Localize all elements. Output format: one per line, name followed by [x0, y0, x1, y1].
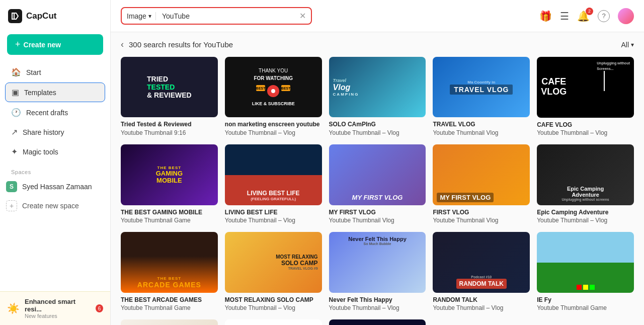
template-card-my-first-vlog[interactable]: MY FIRST VLOG MY FIRST VLOG Youtube Thum…	[329, 144, 426, 225]
template-label-travel-vlog: TRAVEL VLOG Youtube Thumbnail Vlog	[433, 120, 530, 137]
template-label-never-felt: Never Felt This Happy Youtube Thumbnail …	[329, 296, 426, 313]
gift-icon: 🎁	[539, 10, 552, 22]
template-card-random-talk[interactable]: Podcast #10 RANDOM TALK RANDOM TALK Yout…	[433, 232, 530, 312]
back-button[interactable]: ‹	[121, 39, 124, 50]
template-card-school-vlog[interactable]: Day in My Life • School Vlog • School Vl…	[121, 319, 218, 325]
share-icon: ↗	[11, 127, 18, 137]
sun-icon: ☀️	[7, 302, 20, 314]
main-area: Image ▾ ✕ 🎁 ☰ 🔔 2 ? ‹	[111, 0, 644, 325]
results-header: ‹ 300 search results for YouTube All ▾	[121, 39, 634, 50]
template-card-travel-vlog[interactable]: Ma Coontify in TRAVEL VLOG TRAVEL VLOG Y…	[433, 57, 530, 137]
template-label-living-best: LIVING BEST LIFE Youtube Thumbnail – Vlo…	[225, 208, 322, 225]
template-thumb-never-felt: Never Felt This Happy So Much Bubble	[329, 232, 426, 292]
help-circle-icon: ?	[598, 10, 610, 22]
search-clear-icon[interactable]: ✕	[299, 11, 306, 21]
template-card-star-hunting[interactable]: a mini vlog STAR HUNTING VLOG STAR HUNTI…	[329, 319, 426, 325]
all-filter-button[interactable]: All ▾	[621, 41, 634, 49]
user-avatar[interactable]	[618, 8, 634, 24]
sidebar-item-start[interactable]: 🏠 Start	[5, 63, 105, 82]
templates-grid: TRIED TESTED & REVIEWED Tried Tested & R…	[121, 57, 634, 325]
plus-icon: +	[15, 39, 21, 50]
template-thumb-solo-camping: Travel Vlog CAMPING	[329, 57, 426, 117]
template-label-first-vlog: FIRST VLOG Youtube Thumbnail Vlog	[433, 208, 530, 225]
template-card-gaming-mobile[interactable]: THE BEST GAMINGMOBILE THE BEST GAMING MO…	[121, 144, 218, 225]
template-label-random-talk: RANDOM TALK Youtube Thumbnail – Vlog	[433, 296, 530, 313]
search-box: Image ▾ ✕	[121, 7, 312, 25]
notification-count-badge: 2	[586, 8, 593, 15]
sidebar-item-share[interactable]: ↗ Share history	[5, 123, 105, 141]
search-input[interactable]	[159, 12, 296, 20]
template-thumb-random-talk: Podcast #10 RANDOM TALK	[433, 232, 530, 292]
template-card-like-share[interactable]: ★ LIKE & SHARE ★ DON'T FORGET TO SUBSCRI…	[225, 319, 322, 325]
sidebar-item-templates[interactable]: ▣ Templates	[5, 83, 105, 102]
chevron-down-icon: ▾	[148, 13, 151, 20]
logo: CapCut	[0, 0, 110, 32]
template-label-epic-camping: Epic Camping Adventure Youtube Thumbnail…	[537, 208, 634, 225]
template-card-tried-tested[interactable]: TRIED TESTED & REVIEWED Tried Tested & R…	[121, 57, 218, 137]
template-label-solo-camping: SOLO CAmPInG Youtube Thumbnail – Vlog	[329, 120, 426, 137]
template-thumb-gaming-mobile: THE BEST GAMINGMOBILE	[121, 144, 218, 205]
space-avatar: S	[6, 181, 17, 192]
space-item-user[interactable]: S Syed Hassan Zamaan	[0, 177, 110, 196]
menu-button[interactable]: ☰	[560, 10, 569, 22]
template-thumb-epic-camping: Epic Camping Adventure Unplugging withou…	[537, 144, 634, 205]
template-card-living-best[interactable]: LIVING BEST LIFE (FEELING GRATEFULL) LIV…	[225, 144, 322, 225]
capcut-logo-icon	[8, 9, 22, 23]
sidebar-bottom-banner[interactable]: ☀️ Enhanced smart resi... New features 6	[0, 291, 110, 325]
create-new-button[interactable]: + Create new	[7, 34, 103, 55]
notifications-button[interactable]: 🔔 2	[577, 10, 590, 22]
spaces-label: Spaces	[0, 163, 110, 177]
sidebar-item-magic[interactable]: ✦ Magic tools	[5, 142, 105, 161]
menu-icon: ☰	[560, 10, 569, 22]
templates-icon: ▣	[12, 88, 19, 97]
template-thumb-star-hunting: a mini vlog STAR HUNTING VLOG	[329, 319, 426, 325]
template-card-never-felt[interactable]: Never Felt This Happy So Much Bubble Nev…	[329, 232, 426, 312]
template-label-cafe-vlog: CAFE VLOG Youtube Thumbnail – Vlog	[537, 121, 634, 138]
notification-badge: 6	[96, 304, 103, 312]
template-card-most-relaxing[interactable]: MOST RELAXING SOLO CAMP TRAVEL VLOG #9 M…	[225, 232, 322, 312]
template-label-tried-tested: Tried Tested & Reviewed Youtube Thumbnai…	[121, 120, 218, 137]
sidebar: CapCut + Create new 🏠 Start ▣ Templates …	[0, 0, 111, 325]
magic-icon: ✦	[11, 147, 18, 156]
template-thumb-my-first-vlog: MY FIRST VLOG	[329, 144, 426, 205]
filter-chevron-icon: ▾	[631, 41, 634, 48]
template-thumb-like-share: ★ LIKE & SHARE ★ DON'T FORGET TO SUBSCRI…	[225, 319, 322, 325]
template-label-gaming-mobile: THE BEST GAMING MOBILE Youtube Thumbnail…	[121, 208, 218, 225]
template-label-arcade-games: THE BEST ARCADE GAMES Youtube Thumbnail …	[121, 296, 218, 313]
clock-icon: 🕐	[11, 108, 21, 117]
topbar-icons: 🎁 ☰ 🔔 2 ?	[539, 8, 634, 24]
template-thumb-arcade-games: THE BEST ARCADE GAMES	[121, 232, 218, 292]
template-card-solo-camping[interactable]: Travel Vlog CAMPING SOLO CAmPInG Youtube…	[329, 57, 426, 137]
sidebar-nav: 🏠 Start ▣ Templates 🕐 Recent drafts ↗ Sh…	[0, 61, 110, 163]
search-type-selector[interactable]: Image ▾	[127, 12, 156, 20]
help-button[interactable]: ?	[598, 10, 610, 22]
plus-circle-icon: +	[6, 200, 17, 211]
template-card-ie-fy[interactable]: IE Fy Youtube Thumbnail Game	[537, 232, 634, 312]
template-thumb-cafe-vlog: CAFEVLOG Unplugging withoutScreens...	[537, 57, 634, 118]
template-card-thank-you[interactable]: THANK YOU FOR WATCHING BEST BEST LIKE & …	[225, 57, 322, 137]
home-icon: 🏠	[11, 67, 21, 77]
template-thumb-ie-fy	[537, 232, 634, 293]
results-text: 300 search results for YouTube	[129, 40, 616, 49]
sidebar-item-recent[interactable]: 🕐 Recent drafts	[5, 103, 105, 122]
template-thumb-living-best: LIVING BEST LIFE (FEELING GRATEFULL)	[225, 144, 322, 205]
svg-rect-0	[8, 9, 22, 23]
template-thumb-tried-tested: TRIED TESTED & REVIEWED	[121, 57, 218, 117]
gift-button[interactable]: 🎁	[539, 10, 552, 22]
template-label-my-first-vlog: MY FIRST VLOG Youtube Thumbnail Vlog	[329, 208, 426, 225]
template-label-ie-fy: IE Fy Youtube Thumbnail Game	[537, 296, 634, 313]
template-thumb-travel-vlog: Ma Coontify in TRAVEL VLOG	[433, 57, 530, 117]
template-thumb-most-relaxing: MOST RELAXING SOLO CAMP TRAVEL VLOG #9	[225, 232, 322, 292]
template-thumb-first-vlog: MY FIRST VLOG	[433, 144, 530, 205]
template-card-first-vlog[interactable]: MY FIRST VLOG FIRST VLOG Youtube Thumbna…	[433, 144, 530, 225]
logo-text: CapCut	[26, 11, 56, 21]
template-card-cafe-vlog[interactable]: CAFEVLOG Unplugging withoutScreens... CA…	[537, 57, 634, 137]
template-thumb-thank-you: THANK YOU FOR WATCHING BEST BEST LIKE & …	[225, 57, 322, 117]
topbar: Image ▾ ✕ 🎁 ☰ 🔔 2 ?	[111, 0, 644, 32]
template-card-arcade-games[interactable]: THE BEST ARCADE GAMES THE BEST ARCADE GA…	[121, 232, 218, 312]
template-card-epic-camping[interactable]: Epic Camping Adventure Unplugging withou…	[537, 144, 634, 225]
content-area: ‹ 300 search results for YouTube All ▾ T…	[111, 32, 644, 325]
create-space-button[interactable]: + Create new space	[0, 196, 110, 215]
template-thumb-school-vlog: Day in My Life • School Vlog •	[121, 319, 218, 325]
sidebar-bottom-info: Enhanced smart resi... New features	[25, 298, 91, 319]
